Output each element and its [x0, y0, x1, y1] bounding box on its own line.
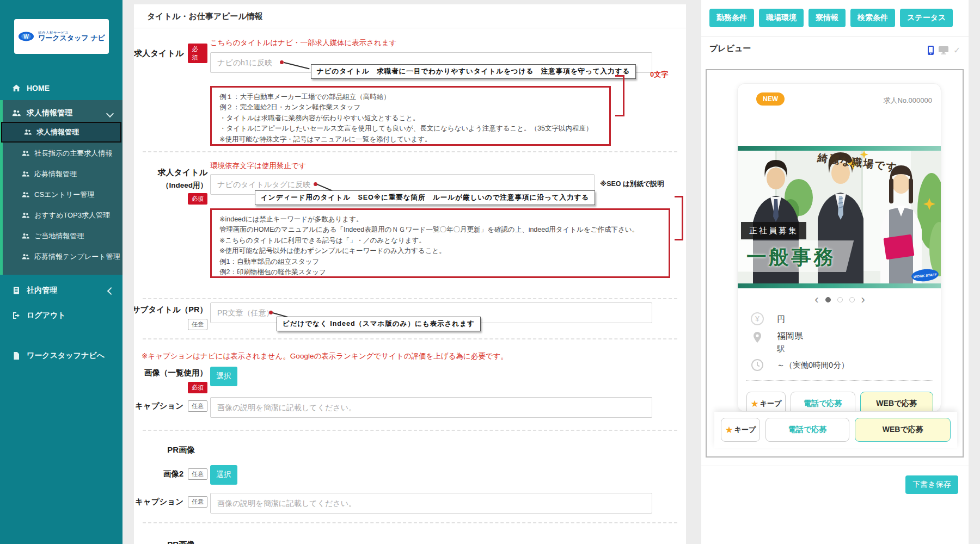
job-title-tooltip: ナビのタイトル 求職者に一目でわかりやすいタイトルをつける 注意事項を守って入力…	[311, 64, 636, 79]
tab-search-conditions[interactable]: 検索条件	[850, 9, 895, 27]
sidebar-item-label: 応募情報テンプレート管理	[34, 252, 120, 262]
main-form-card: タイトル・お仕事アピール情報 こちらのタイトルはナビ・一部求人媒体に表示されます…	[134, 4, 686, 544]
annotation-bracket	[675, 196, 683, 240]
help-line: ※こちらのタイトルに利用できる記号は「」・／のみとなります。	[219, 236, 661, 246]
page-title: タイトル・お仕事アピール情報	[147, 11, 263, 22]
help-line: ※indeedには禁止キーワードが多数あります。	[219, 214, 661, 225]
sidebar-subitem-top3[interactable]: おすすめTOP3求人管理	[0, 207, 122, 224]
caption-label: キャプション	[135, 401, 183, 411]
carousel-dot-active[interactable]	[825, 297, 831, 302]
brand-logo[interactable]: W 総合人材サービス ワークスタッフ ナビ	[14, 19, 109, 54]
help-line: 例１：大手自動車メーカー工場での部品組立（高時給）	[219, 92, 602, 102]
help-line: ・タイトルは求職者に業務内容が伝わりやすい短文とすること。	[219, 113, 602, 123]
sidebar-item-internal-management[interactable]: 社内管理	[0, 279, 122, 302]
preview-title: プレビュー	[709, 44, 751, 54]
caption2-input[interactable]	[210, 493, 652, 514]
apply-phone-button[interactable]: 電話で応募	[791, 392, 855, 412]
sidebar-subitem-president-jobs[interactable]: 社長指示の主要求人情報	[0, 145, 122, 162]
photo-employment-label: 正社員募集	[741, 222, 806, 239]
help-line: ※使用可能な特殊文字・記号はマニュアルに一覧を添付しています。	[219, 134, 602, 145]
location-pin-icon	[751, 331, 764, 344]
divider	[143, 430, 677, 431]
salary-value: 円	[777, 314, 785, 325]
subtitle-label: サブタイトル（PR）	[134, 305, 207, 315]
image-label-row: 画像（一覧使用） 必須	[134, 368, 207, 393]
tab-status[interactable]: ステータス	[900, 9, 953, 27]
keep-label: キープ	[760, 399, 782, 409]
apply-web-button[interactable]: WEBで応募	[860, 392, 933, 412]
subtitle-label-row: サブタイトル（PR） 任意	[134, 305, 207, 330]
tab-work-conditions[interactable]: 勤務条件	[709, 9, 754, 27]
sidebar-subitem-app-template[interactable]: 応募情報テンプレート管理	[0, 248, 122, 265]
help-line: 例2：印刷物梱包の軽作業スタッフ	[219, 267, 661, 277]
users-icon	[22, 212, 29, 219]
carousel-next-icon[interactable]: ›	[861, 294, 865, 306]
sidebar-item-label: おすすめTOP3求人管理	[34, 211, 110, 220]
chevron-down-icon	[106, 110, 114, 118]
logo-brand: ワークスタッフ ナビ	[38, 34, 105, 42]
help-line: 例1：自動車部品の組立スタッフ	[219, 257, 661, 267]
carousel-prev-icon[interactable]: ‹	[814, 294, 818, 306]
star-icon: ★	[751, 398, 759, 410]
sidebar-subitem-cs-entry[interactable]: CSエントリー管理	[0, 186, 122, 203]
caption2-label: キャプション	[135, 497, 183, 507]
help-line: ・タイトルにアピールしたいセールス文言を使用しても良いが、長文にならないよう注意…	[219, 123, 602, 134]
select-image-button[interactable]: 選択	[210, 367, 237, 386]
workstaff-logo-icon: W	[18, 30, 34, 42]
tab-dormitory[interactable]: 寮情報	[808, 9, 846, 27]
preview-viewport: NEW 求人No.000000	[706, 69, 964, 458]
keep-button[interactable]: ★ キープ	[746, 392, 786, 412]
monitor-icon[interactable]	[939, 46, 948, 54]
indeed-help-box: ※indeedには禁止キーワードが多数あります。 管理画面のHOMEのマニュアル…	[210, 208, 670, 278]
sidebar-item-to-workstaff-navi[interactable]: ワークスタッフナビへ	[0, 344, 122, 368]
divider	[143, 338, 677, 339]
carousel-dot[interactable]	[849, 297, 855, 302]
tab-workplace[interactable]: 職場環境	[759, 9, 804, 27]
clock-icon	[751, 358, 764, 372]
photo-headline: 一般事務	[746, 244, 836, 271]
sidebar-item-label: ログアウト	[27, 311, 66, 320]
sidebar-item-home[interactable]: HOME	[0, 76, 122, 100]
select-image2-button[interactable]: 選択	[210, 465, 237, 485]
sidebar-item-label: CSエントリー管理	[34, 190, 94, 200]
phone-icon[interactable]	[928, 46, 934, 55]
users-icon	[22, 150, 29, 157]
optional-badge: 任意	[188, 319, 207, 330]
sidebar-item-logout[interactable]: ログアウト	[0, 304, 122, 327]
job-photo: 綺麗な職場です 正社員募集 一般事務 WORK STAFF	[738, 146, 941, 288]
caption-input[interactable]	[210, 397, 652, 418]
logout-icon	[12, 311, 21, 320]
app-root: W 総合人材サービス ワークスタッフ ナビ HOME 求人情報管理 求人情報管理…	[0, 0, 980, 544]
annotation-bracket	[615, 75, 624, 116]
sidebar-subitem-local-info[interactable]: ご当地情報管理	[0, 227, 122, 245]
save-draft-button[interactable]: 下書き保存	[905, 475, 958, 494]
star-icon: ★	[725, 424, 733, 436]
yen-icon: ¥	[751, 312, 764, 325]
sidebar-item-label: 求人情報管理	[27, 108, 72, 118]
keep-button[interactable]: ★ キープ	[721, 418, 760, 442]
preview-panel: 勤務条件 職場環境 寮情報 検索条件 ステータス プレビュー ✓ NEW 求人N…	[701, 0, 969, 544]
job-preview-card: NEW 求人No.000000	[737, 83, 941, 412]
divider	[746, 380, 933, 381]
job-title-help-box: 例１：大手自動車メーカー工場での部品組立（高時給） 例２：完全週給2日・カンタン…	[210, 86, 611, 146]
station-value: 駅	[777, 344, 785, 354]
section-tabs: 勤務条件 職場環境 寮情報 検索条件 ステータス	[709, 9, 953, 27]
photo-carousel: ‹ ›	[738, 294, 941, 306]
pr-image-heading: PR画像	[134, 445, 195, 455]
apply-web-button[interactable]: WEBで応募	[855, 418, 951, 442]
sidebar-item-label: ご当地情報管理	[34, 231, 84, 241]
sidebar-subitem-job-info[interactable]: 求人情報管理	[1, 122, 121, 143]
check-icon[interactable]: ✓	[953, 45, 960, 55]
chevron-left-icon	[107, 287, 115, 295]
carousel-dot[interactable]	[837, 297, 843, 302]
sidebar-subitem-applications[interactable]: 応募情報管理	[0, 165, 122, 183]
optional-badge: 任意	[188, 400, 207, 412]
optional-badge: 任意	[188, 496, 207, 508]
image-list-label: 画像（一覧使用）	[144, 368, 207, 378]
card-action-row: ★ キープ 電話で応募 WEBで応募	[746, 392, 933, 412]
hours-value: ～（実働0時間0分）	[777, 360, 849, 370]
apply-phone-button[interactable]: 電話で応募	[765, 418, 849, 442]
file-icon	[12, 351, 21, 360]
users-icon	[24, 128, 32, 136]
sidebar-item-label: ワークスタッフナビへ	[27, 351, 105, 361]
